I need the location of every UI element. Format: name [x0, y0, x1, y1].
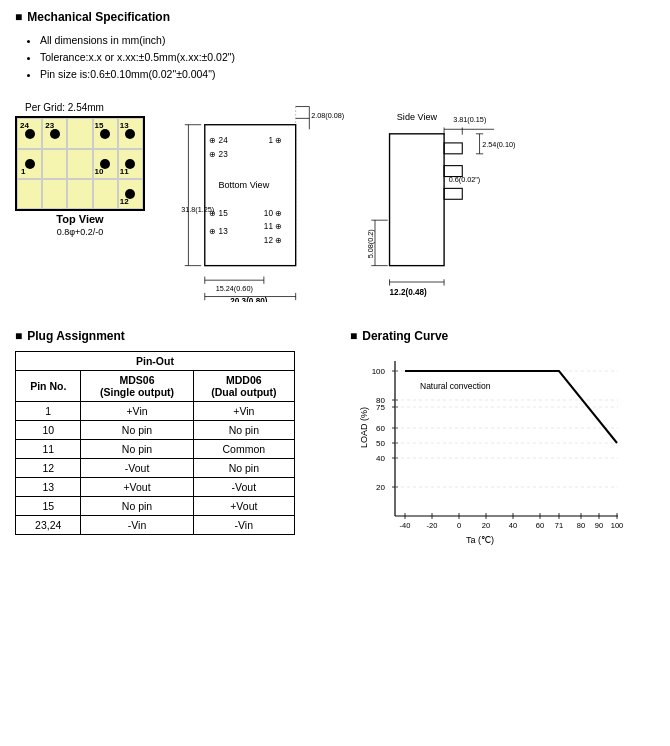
svg-text:3.81(0.15): 3.81(0.15)	[453, 115, 486, 124]
mechanical-spec-section: Mechanical Specification All dimensions …	[15, 10, 655, 82]
grid-cell-r0c4: 13	[118, 118, 143, 148]
table-row: 13 +Vout -Vout	[16, 478, 295, 497]
per-grid-label: Per Grid: 2.54mm	[25, 102, 104, 113]
bottom-view-svg: 2.08(0.08) 31.8(1.25) 15.24(0.60) 20.3(0…	[160, 102, 345, 302]
table-row: 23,24 -Vin -Vin	[16, 516, 295, 535]
svg-text:75: 75	[376, 403, 385, 412]
svg-text:40: 40	[376, 454, 385, 463]
table-row: 12 -Vout No pin	[16, 459, 295, 478]
svg-text:90: 90	[595, 521, 603, 530]
table-row: 1 +Vin +Vin	[16, 402, 295, 421]
grid-cell-r2c4: 12	[118, 179, 143, 209]
grid-cell-r2c0	[17, 179, 42, 209]
svg-text:60: 60	[536, 521, 544, 530]
top-view-container: Per Grid: 2.54mm 24 23 15	[15, 102, 145, 237]
mechanical-notes: All dimensions in mm(inch) Tolerance:x.x…	[25, 32, 655, 82]
svg-text:⊕ 13: ⊕ 13	[209, 227, 228, 236]
svg-text:-40: -40	[400, 521, 411, 530]
table-title: Pin-Out	[16, 352, 295, 371]
derating-chart: 100 80 75 60 50 40 20	[350, 351, 630, 551]
svg-text:60: 60	[376, 424, 385, 433]
plug-assignment-title: Plug Assignment	[27, 329, 125, 343]
svg-text:LOAD (%): LOAD (%)	[359, 407, 369, 448]
note-3: Pin size is:0.6±0.10mm(0.02"±0.004")	[40, 66, 655, 83]
svg-text:80: 80	[577, 521, 585, 530]
pin-1-dot	[25, 159, 35, 169]
table-row: 10 No pin No pin	[16, 421, 295, 440]
pin-13-label: 13	[120, 121, 129, 130]
svg-text:15.24(0.60): 15.24(0.60)	[216, 284, 253, 293]
svg-text:71: 71	[555, 521, 563, 530]
svg-text:2.08(0.08): 2.08(0.08)	[311, 112, 344, 121]
svg-text:10 ⊕: 10 ⊕	[264, 209, 282, 218]
grid-cell-r1c3: 10	[93, 149, 118, 179]
pin-out-table: Pin-Out Pin No. MDS06(Single output) MDD…	[15, 351, 295, 535]
svg-text:5.08(0.2): 5.08(0.2)	[366, 230, 375, 259]
pin-1-label: 1	[21, 167, 25, 176]
svg-text:⊕ 15: ⊕ 15	[209, 209, 228, 218]
svg-text:⊕ 24: ⊕ 24	[209, 136, 228, 145]
svg-text:40: 40	[509, 521, 517, 530]
svg-text:Bottom View: Bottom View	[218, 181, 269, 191]
pin-15-label: 15	[95, 121, 104, 130]
plug-assignment-header: Plug Assignment	[15, 329, 320, 343]
svg-rect-27	[390, 134, 445, 266]
svg-text:⊕ 23: ⊕ 23	[209, 150, 228, 159]
note-1: All dimensions in mm(inch)	[40, 32, 655, 49]
grid-cell-r2c2	[67, 179, 92, 209]
svg-rect-28	[444, 143, 462, 154]
col-mdd06: MDD06(Dual output)	[193, 371, 294, 402]
svg-text:-20: -20	[427, 521, 438, 530]
grid-cell-r2c3	[93, 179, 118, 209]
svg-text:100: 100	[611, 521, 624, 530]
table-row: 15 No pin +Vout	[16, 497, 295, 516]
bottom-view-container: 2.08(0.08) 31.8(1.25) 15.24(0.60) 20.3(0…	[160, 102, 345, 304]
pin-11-label: 11	[120, 167, 129, 176]
pin-23-label: 23	[45, 121, 54, 130]
svg-text:100: 100	[372, 367, 386, 376]
svg-text:20.3(0.80): 20.3(0.80)	[230, 297, 268, 302]
col-pin-no: Pin No.	[16, 371, 81, 402]
svg-text:0.6(0.02"): 0.6(0.02")	[449, 175, 481, 184]
svg-text:2.54(0.10): 2.54(0.10)	[482, 140, 515, 149]
side-view-container: 3.81(0.15) 2.54(0.10) 0.6(0.02") 5.08(0.…	[355, 102, 515, 304]
svg-text:12 ⊕: 12 ⊕	[264, 236, 282, 245]
mechanical-spec-title: Mechanical Specification	[27, 10, 170, 24]
note-2: Tolerance:x.x or x.xx:±0.5mm(x.xx:±0.02"…	[40, 49, 655, 66]
grid-cell-r2c1	[42, 179, 67, 209]
derating-curve-title: Derating Curve	[362, 329, 448, 343]
grid-cell-r1c2	[67, 149, 92, 179]
pin-24-label: 24	[20, 121, 29, 130]
grid-cell-r0c3: 15	[93, 118, 118, 148]
svg-text:12.2(0.48): 12.2(0.48)	[390, 288, 428, 297]
lower-section: Plug Assignment Pin-Out Pin No. MDS06(Si…	[15, 329, 655, 553]
svg-text:11 ⊕: 11 ⊕	[264, 223, 282, 232]
grid-cell-r1c0: 1	[17, 149, 42, 179]
grid-cell-r1c4: 11	[118, 149, 143, 179]
mechanical-spec-header: Mechanical Specification	[15, 10, 655, 24]
svg-text:50: 50	[376, 439, 385, 448]
svg-text:0: 0	[457, 521, 461, 530]
svg-text:Ta (℃): Ta (℃)	[466, 535, 494, 545]
top-view-dim: 0.8φ+0.2/-0	[57, 227, 104, 237]
top-view-label: Top View	[56, 213, 103, 225]
plug-assignment-section: Plug Assignment Pin-Out Pin No. MDS06(Si…	[15, 329, 320, 535]
derating-curve-header: Derating Curve	[350, 329, 655, 343]
svg-text:Side View: Side View	[397, 113, 438, 123]
grid-cell-r0c0: 24	[17, 118, 42, 148]
svg-text:1 ⊕: 1 ⊕	[268, 136, 282, 145]
grid-cell-r0c2	[67, 118, 92, 148]
pin-12-label: 12	[120, 197, 129, 206]
svg-text:Natural convection: Natural convection	[420, 381, 491, 391]
svg-rect-30	[444, 189, 462, 200]
grid-cell-r1c1	[42, 149, 67, 179]
svg-text:20: 20	[376, 483, 385, 492]
table-row: 11 No pin Common	[16, 440, 295, 459]
svg-text:20: 20	[482, 521, 490, 530]
col-mds06: MDS06(Single output)	[81, 371, 193, 402]
diagrams-area: Per Grid: 2.54mm 24 23 15	[15, 102, 655, 304]
pin-10-label: 10	[95, 167, 104, 176]
derating-curve-section: Derating Curve 100 80 75 60 50 40	[350, 329, 655, 553]
grid-cell-r0c1: 23	[42, 118, 67, 148]
top-view-grid: 24 23 15 13 1	[15, 116, 145, 211]
